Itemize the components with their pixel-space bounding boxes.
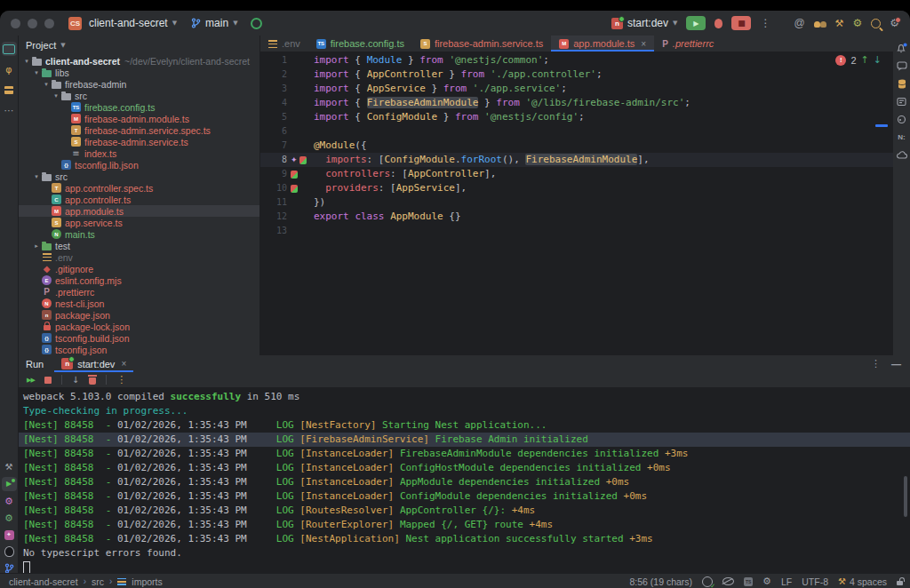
settings-icon[interactable]: ⚙: [890, 18, 899, 28]
scroll-to-end-icon[interactable]: ↓: [72, 375, 79, 385]
editor-tab-firebase-admin.service.ts[interactable]: Sfirebase-admin.service.ts: [412, 36, 551, 52]
gradle-tool-button[interactable]: [894, 112, 909, 126]
rerun-icon[interactable]: ▶▶: [27, 377, 35, 384]
settings-sync-tool-button[interactable]: ⚙: [2, 511, 17, 525]
breadcrumb-project[interactable]: client-and-secret: [9, 576, 78, 587]
debug-button[interactable]: [714, 19, 722, 28]
tree-item-app.controller.spec.ts[interactable]: Tapp.controller.spec.ts: [19, 182, 259, 194]
sparkle-icon[interactable]: ✦: [291, 156, 298, 164]
structure-tool-button[interactable]: [2, 83, 17, 97]
clear-console-icon[interactable]: [89, 377, 96, 385]
more-console-actions-icon[interactable]: ⋮: [116, 374, 126, 385]
tree-item-libs[interactable]: ▾libs: [19, 67, 259, 78]
mentions-icon[interactable]: @: [794, 17, 804, 29]
tree-item-src[interactable]: ▾src: [19, 90, 259, 101]
tools-icon[interactable]: ⚒: [835, 19, 844, 28]
tree-item-firebase-admin.service.spec.ts[interactable]: Tfirebase-admin.service.spec.ts: [19, 124, 259, 136]
stop-button[interactable]: ■: [731, 16, 751, 30]
tree-item-.gitignore[interactable]: ◆.gitignore: [19, 263, 259, 274]
close-window-button[interactable]: [11, 19, 20, 28]
tree-item-app.controller.ts[interactable]: Capp.controller.ts: [19, 194, 259, 205]
editor-tab-.prettierrc[interactable]: P.prettierrc: [654, 36, 722, 52]
file-encoding[interactable]: UTF-8: [802, 576, 828, 587]
indent-setting[interactable]: 4 spaces: [850, 576, 887, 587]
stop-icon[interactable]: [44, 377, 52, 384]
tree-item-firebase.config.ts[interactable]: TSfirebase.config.ts: [19, 101, 259, 113]
tree-item-app.module.ts[interactable]: Mapp.module.ts: [19, 205, 259, 217]
tree-item-package.json[interactable]: npackage.json: [19, 309, 259, 321]
search-icon[interactable]: [871, 19, 881, 28]
tree-item-client-and-secret[interactable]: ▾client-and-secret~/dev/Evelyn/client-an…: [19, 55, 259, 67]
gear-icon[interactable]: ⚙: [852, 18, 862, 28]
tree-item-tsconfig.lib.json[interactable]: {}tsconfig.lib.json: [19, 159, 259, 171]
typescript-icon[interactable]: TS: [744, 577, 753, 586]
tree-chevron-icon[interactable]: ▾: [52, 92, 60, 99]
build-tools-tool-button[interactable]: ⚒: [2, 460, 17, 474]
notifications-tool-button[interactable]: [894, 41, 909, 55]
ai-assistant-square-tool-button[interactable]: ✦: [2, 528, 17, 542]
project-tool-button[interactable]: [2, 42, 17, 56]
tree-chevron-icon[interactable]: ▾: [42, 81, 51, 88]
tree-item-eslint.config.mjs[interactable]: Eeslint.config.mjs: [19, 274, 259, 286]
tree-item-tsconfig.build.json[interactable]: {}tsconfig.build.json: [19, 332, 259, 344]
tree-item-firebase-admin[interactable]: ▾firebase-admin: [19, 78, 259, 90]
run-configuration-widget[interactable]: n start:dev ▼: [611, 17, 677, 29]
editor-tab-app.module.ts[interactable]: Mapp.module.ts×: [551, 36, 654, 52]
run-button[interactable]: ▶: [686, 16, 706, 30]
database-tool-button[interactable]: [894, 76, 909, 91]
ai-assistant-tool-button[interactable]: [894, 59, 909, 73]
tree-item-app.service.ts[interactable]: Sapp.service.ts: [19, 217, 259, 228]
close-tab-icon[interactable]: ×: [121, 359, 126, 369]
reader-mode-icon[interactable]: [722, 577, 734, 585]
tree-item-src[interactable]: ▾src: [19, 171, 259, 182]
device-preview-tool-button[interactable]: [894, 94, 909, 108]
code-editor[interactable]: 1import { Module } from '@nestjs/common'…: [260, 52, 893, 357]
breadcrumb-member[interactable]: imports: [132, 576, 162, 587]
editor-tab-firebase.config.ts[interactable]: TSfirebase.config.ts: [308, 36, 412, 52]
lock-icon[interactable]: [897, 581, 903, 585]
tree-chevron-icon[interactable]: ▾: [22, 58, 31, 65]
console-output[interactable]: webpack 5.103.0 compiled successfully in…: [19, 387, 910, 575]
caret-position[interactable]: 8:56 (19 chars): [629, 576, 692, 587]
next-error-icon[interactable]: ↓: [874, 54, 882, 66]
hide-panel-icon[interactable]: —: [891, 359, 901, 369]
tree-item-index.ts[interactable]: ≡index.ts: [19, 147, 259, 159]
tree-item-.prettierrc[interactable]: P.prettierrc: [19, 286, 259, 298]
services-tool-button[interactable]: ⚙: [2, 494, 17, 508]
console-scrollbar[interactable]: [904, 476, 907, 517]
commit-tool-button[interactable]: φ: [2, 62, 17, 76]
nest-gutter-icon[interactable]: [291, 185, 298, 193]
problems-tool-button[interactable]: [2, 544, 17, 559]
editor-tab-.env[interactable]: .env: [260, 36, 308, 52]
tree-item-package-lock.json[interactable]: package-lock.json: [19, 321, 259, 332]
run-tool-button[interactable]: ▶: [2, 477, 17, 491]
tree-item-nest-cli.json[interactable]: Nnest-cli.json: [19, 298, 259, 309]
prev-error-icon[interactable]: ↑: [861, 54, 869, 66]
more-options-icon[interactable]: ⋮: [871, 358, 881, 369]
run-tab[interactable]: n start:dev ×: [54, 355, 133, 372]
project-widget[interactable]: client-and-secret ▼: [89, 17, 177, 29]
status-dot-icon[interactable]: [251, 18, 262, 29]
more-tools-tool-button[interactable]: ⋯: [2, 103, 17, 117]
tree-item-test[interactable]: ▸test: [19, 240, 259, 251]
line-separator[interactable]: LF: [781, 576, 792, 587]
nest-gutter-icon[interactable]: [299, 156, 307, 164]
minimize-window-button[interactable]: [28, 19, 37, 28]
tree-item-tsconfig.json[interactable]: {}tsconfig.json: [19, 344, 259, 355]
zoom-window-button[interactable]: [44, 19, 54, 28]
cloud-tool-button[interactable]: [894, 147, 909, 162]
nest-gutter-icon[interactable]: [291, 171, 298, 179]
users-icon[interactable]: [814, 19, 826, 28]
more-run-actions-icon[interactable]: ⋮: [760, 17, 770, 29]
tree-chevron-icon[interactable]: ▸: [32, 242, 41, 250]
tree-chevron-icon[interactable]: ▾: [32, 173, 41, 180]
gear-icon[interactable]: ⚙: [762, 576, 771, 586]
branch-widget[interactable]: main ▼: [191, 17, 237, 29]
tree-item-firebase-admin.module.ts[interactable]: Mfirebase-admin.module.ts: [19, 113, 259, 124]
tree-item-firebase-admin.service.ts[interactable]: Sfirebase-admin.service.ts: [19, 136, 259, 147]
inspections-profile-icon[interactable]: [702, 576, 713, 587]
tree-chevron-icon[interactable]: ▾: [32, 69, 41, 76]
npm-tool-tool-button[interactable]: N:: [894, 130, 909, 144]
tree-item-main.ts[interactable]: Nmain.ts: [19, 228, 259, 240]
project-panel-header[interactable]: Project ▼: [19, 36, 259, 55]
